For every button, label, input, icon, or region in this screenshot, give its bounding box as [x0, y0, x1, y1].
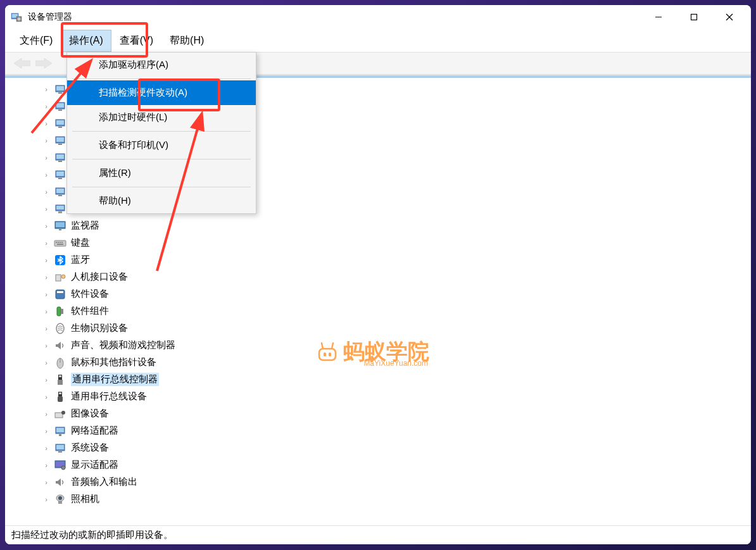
svg-rect-46 — [57, 307, 61, 316]
device-label: 照相机 — [71, 493, 99, 505]
svg-rect-13 — [58, 109, 62, 111]
chevron-right-icon[interactable]: › — [42, 204, 51, 213]
tree-row[interactable]: ›监视器 — [5, 217, 751, 234]
svg-rect-52 — [59, 375, 61, 377]
chevron-right-icon[interactable]: › — [42, 239, 51, 247]
chevron-right-icon[interactable]: › — [42, 461, 51, 470]
bluetooth-icon — [53, 253, 67, 267]
tree-row[interactable]: ›蓝牙 — [5, 251, 751, 268]
dropdown-properties[interactable]: 属性(R) — [67, 161, 256, 185]
tree-row[interactable]: ›声音、视频和游戏控制器 — [5, 337, 751, 354]
tree-row[interactable]: ›生物识别设备 — [5, 320, 751, 337]
chevron-right-icon[interactable]: › — [42, 341, 51, 350]
chevron-right-icon[interactable]: › — [42, 136, 51, 145]
tree-row[interactable]: ›音频输入和输出 — [5, 473, 751, 491]
svg-rect-42 — [56, 275, 61, 281]
device-label: 通用串行总线设备 — [71, 391, 147, 403]
svg-point-69 — [58, 496, 62, 500]
chevron-right-icon[interactable]: › — [42, 495, 51, 504]
chevron-right-icon[interactable]: › — [42, 273, 51, 282]
system-icon — [53, 441, 67, 455]
close-button[interactable] — [712, 5, 747, 29]
tree-row[interactable]: ›网络适配器 — [5, 422, 751, 439]
chevron-right-icon[interactable]: › — [42, 409, 51, 418]
chevron-right-icon[interactable]: › — [42, 375, 51, 384]
svg-rect-38 — [60, 242, 61, 243]
dropdown-scan-hardware[interactable]: 扫描检测硬件改动(A) — [67, 80, 256, 105]
device-label: 生物识别设备 — [71, 322, 128, 334]
svg-rect-22 — [58, 161, 62, 162]
svg-point-3 — [18, 18, 21, 21]
svg-rect-33 — [56, 222, 65, 227]
device-label: 软件设备 — [71, 288, 109, 300]
app-icon — [10, 11, 23, 23]
svg-rect-19 — [58, 144, 62, 145]
chevron-right-icon[interactable]: › — [42, 444, 51, 453]
computer-icon — [53, 202, 67, 216]
chevron-right-icon[interactable]: › — [42, 307, 51, 316]
chevron-right-icon[interactable]: › — [42, 170, 51, 179]
chevron-right-icon[interactable]: › — [42, 187, 51, 196]
device-label: 声音、视频和游戏控制器 — [71, 339, 175, 351]
tree-row[interactable]: ›软件组件 — [5, 303, 751, 320]
chevron-right-icon[interactable]: › — [42, 358, 51, 367]
tree-row[interactable]: ›软件设备 — [5, 285, 751, 303]
svg-rect-64 — [58, 451, 62, 453]
dropdown-add-legacy[interactable]: 添加过时硬件(L) — [67, 105, 256, 130]
chevron-right-icon[interactable]: › — [42, 427, 51, 435]
device-label: 图像设备 — [71, 408, 109, 420]
chevron-right-icon[interactable]: › — [42, 290, 51, 299]
svg-rect-56 — [58, 396, 63, 402]
action-dropdown: 添加驱动程序(A) 扫描检测硬件改动(A) 添加过时硬件(L) 设备和打印机(V… — [66, 52, 256, 214]
device-icon — [53, 185, 67, 199]
svg-rect-35 — [54, 241, 66, 246]
tree-row[interactable]: ›鼠标和其他指针设备 — [5, 354, 751, 371]
usb-controller-icon — [53, 373, 67, 387]
hid-icon — [53, 270, 67, 284]
chevron-right-icon[interactable]: › — [42, 392, 51, 401]
svg-rect-9 — [56, 86, 64, 91]
tree-row[interactable]: ›照相机 — [5, 491, 751, 508]
device-label: 网络适配器 — [71, 425, 118, 437]
titlebar: 设备管理器 — [5, 5, 751, 29]
device-icon — [53, 116, 67, 130]
menu-action[interactable]: 操作(A) — [61, 30, 111, 52]
chevron-right-icon[interactable]: › — [42, 119, 51, 128]
dropdown-add-driver[interactable]: 添加驱动程序(A) — [67, 53, 256, 77]
svg-rect-5 — [691, 15, 697, 20]
device-icon — [53, 168, 67, 182]
tree-row[interactable]: ›人机接口设备 — [5, 268, 751, 285]
svg-rect-28 — [58, 195, 62, 196]
menu-view[interactable]: 查看(V) — [111, 30, 161, 52]
tree-row[interactable]: ›通用串行总线设备 — [5, 388, 751, 405]
tree-row[interactable]: ›显示适配器 — [5, 456, 751, 473]
device-icon — [53, 151, 67, 165]
chevron-right-icon[interactable]: › — [42, 85, 51, 94]
dropdown-devices-printers[interactable]: 设备和打印机(V) — [67, 133, 256, 158]
minimize-button[interactable] — [641, 5, 676, 29]
tree-row[interactable]: ›图像设备 — [5, 405, 751, 422]
svg-rect-45 — [57, 291, 63, 293]
menu-help[interactable]: 帮助(H) — [161, 30, 212, 52]
tree-row[interactable]: ›系统设备 — [5, 439, 751, 456]
chevron-right-icon[interactable]: › — [42, 256, 51, 265]
dropdown-help[interactable]: 帮助(H) — [67, 189, 256, 213]
chevron-right-icon[interactable]: › — [42, 153, 51, 162]
chevron-right-icon[interactable]: › — [42, 222, 51, 230]
camera-icon — [53, 492, 67, 506]
svg-rect-16 — [58, 127, 62, 128]
chevron-right-icon[interactable]: › — [42, 478, 51, 487]
chevron-right-icon[interactable]: › — [42, 102, 51, 111]
device-label: 系统设备 — [71, 442, 109, 454]
menu-file[interactable]: 文件(F) — [11, 30, 61, 52]
maximize-button[interactable] — [676, 5, 712, 29]
svg-rect-18 — [56, 137, 64, 142]
tree-row[interactable]: ›键盘 — [5, 234, 751, 251]
svg-rect-39 — [61, 242, 63, 243]
monitor-icon — [53, 219, 67, 233]
device-label: 鼠标和其他指针设备 — [71, 356, 156, 368]
chevron-right-icon[interactable]: › — [42, 324, 51, 333]
tree-row[interactable]: ›通用串行总线控制器 — [5, 371, 751, 388]
device-label: 键盘 — [71, 237, 90, 249]
svg-point-43 — [61, 275, 65, 278]
